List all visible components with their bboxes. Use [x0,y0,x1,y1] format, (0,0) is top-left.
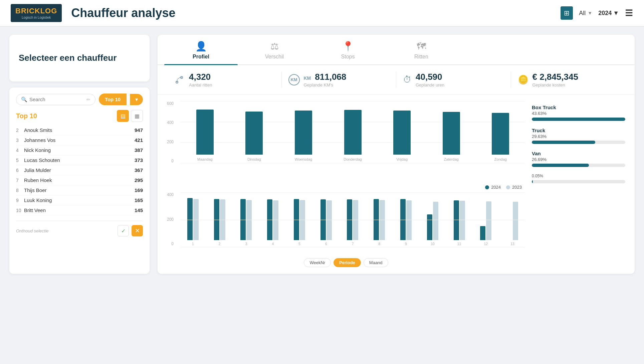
weekly-chart: 2024 2023 400 200 0 [167,181,525,267]
stat-icon-wrap: KM [288,74,300,85]
bar-group: Maandag [180,110,230,161]
year-caret-icon: ▼ [613,10,619,17]
driver-name: Ruben Hoek [24,177,135,183]
stat-item-0: 4,320 Aantal ritten [167,72,282,87]
driver-name: Lucas Schouten [24,157,135,163]
filter-dropdown[interactable]: All ▼ [579,10,592,17]
confirm-button[interactable]: ✓ [118,225,129,236]
logo-subtitle: Logisch in Logistiek [22,16,51,19]
tab-ritten[interactable]: 🗺 Ritten [385,35,458,64]
driver-item[interactable]: 9 Luuk Koning 165 [16,195,143,205]
stat-label: Aantal ritten [189,82,212,87]
driver-value: 145 [135,207,143,213]
vehicle-name: Van [532,151,625,156]
list-view-button[interactable]: ▤ [117,110,129,122]
driver-number: 5 [16,158,24,163]
tab-stops[interactable]: 📍 Stops [311,35,385,64]
stat-text: 40,590 Geplande uren [416,72,444,87]
stat-label: Geplande KM's [304,82,347,87]
driver-value: 295 [135,177,143,183]
driver-number: 9 [16,198,24,203]
bar-rect [295,111,312,155]
hamburger-icon[interactable]: ☰ [625,8,633,18]
charts-left: 600 400 200 0 Maandag Din [167,101,525,267]
grid-view-button[interactable]: ▦ [131,110,143,122]
driver-name: Anouk Smits [24,127,135,133]
timer-icon: ⏱ [403,74,412,84]
vehicle-bar-fill [532,180,533,183]
header-controls: ⊞ All ▼ 2024 ▼ ☰ [561,6,633,20]
driver-number: 7 [16,178,24,183]
top-section-header: Top 10 ▤ ▦ [16,110,143,122]
driver-number: 8 [16,188,24,193]
tab-profiel[interactable]: 👤 Profiel [164,35,238,64]
top-section-label: Top 10 [16,112,37,120]
year-dropdown[interactable]: 2024 ▼ [598,10,619,17]
stat-icon-wrap [174,74,185,85]
driver-name: Britt Veen [24,207,135,213]
bar-group: Donderdag [328,110,378,161]
driver-value: 169 [135,187,143,193]
driver-item[interactable]: 7 Ruben Hoek 295 [16,175,143,185]
vehicle-name: Box Truck [532,105,625,110]
driver-value: 373 [135,157,143,163]
logo-text: BRICKLOG [15,7,57,15]
pencil-icon: ✏ [86,97,90,102]
bar-rect [344,110,362,155]
bar-group: Zaterdag [427,112,476,161]
cancel-button[interactable]: ✕ [132,225,143,236]
stat-text: € 2,845,345 Geplande kosten [532,72,578,87]
driver-item[interactable]: 10 Britt Veen 145 [16,205,143,215]
vehicle-bar-bg [532,180,625,183]
tab-verschil[interactable]: ⚖ Verschil [238,35,311,64]
logo: BRICKLOG Logisch in Logistiek [11,4,62,22]
driver-item[interactable]: 5 Lucas Schouten 373 [16,155,143,165]
stat-text: KM811,068 Geplande KM's [304,72,347,87]
top10-button[interactable]: Top 10 [99,94,127,105]
driver-item[interactable]: 2 Anouk Smits 947 [16,125,143,135]
km-prefix: KM [304,75,311,81]
vehicle-name: Truck [532,128,625,133]
driver-item[interactable]: 8 Thijs Boer 169 [16,185,143,195]
driver-item[interactable]: 4 Nick Koning 387 [16,145,143,155]
right-panel: 👤 Profiel ⚖ Verschil 📍 Stops 🗺 Ritten 4,… [158,35,635,274]
driver-name: Johannes Vos [24,137,135,143]
bar-group: Vrijdag [377,111,427,161]
period-tab-maand[interactable]: Maand [364,258,388,267]
search-input-wrap[interactable]: 🔍 ✏ [16,94,95,105]
stat-item-3: 🪙 € 2,845,345 Geplande kosten [511,72,626,87]
legend-row: 2024 2023 [167,185,522,190]
ritten-tab-icon: 🗺 [417,41,426,52]
bar-group: Woensdag [279,111,328,161]
driver-value: 421 [135,137,143,143]
driver-number: 4 [16,148,24,153]
period-tab-periode[interactable]: Periode [334,258,361,267]
vehicle-bar-fill [532,118,625,121]
vehicle-breakdown: Box Truck 43.63% Truck 29.63% Van 26.69%… [532,101,625,267]
driver-item[interactable]: 6 Julia Mulder 367 [16,165,143,175]
stat-icon-wrap: 🪙 [518,74,528,85]
vehicle-pct: 29.63% [532,134,625,139]
top10-dropdown-button[interactable]: ▼ [130,94,143,105]
bar-rect [492,113,509,155]
period-tab-weeknr[interactable]: WeekNr [304,258,331,267]
grid-icon[interactable]: ⊞ [561,6,573,20]
stat-item-2: ⏱ 40,590 Geplande uren [396,72,511,87]
driver-number: 10 [16,208,24,213]
driver-item[interactable]: 3 Johannes Vos 421 [16,135,143,145]
daily-bars: Maandag Dinsdag Woensdag Donderdag Vrijd… [167,101,525,161]
vehicle-bar-bg [532,141,625,144]
vehicle-bar-bg [532,118,625,121]
stat-value: 811,068 [315,72,346,82]
weekly-grid [180,192,525,247]
stat-item-1: KM KM811,068 Geplande KM's [282,72,397,87]
search-input[interactable] [29,97,84,102]
logo-log: LOG [40,7,57,15]
tabs: 👤 Profiel ⚖ Verschil 📍 Stops 🗺 Ritten [158,35,635,65]
driver-number: 6 [16,168,24,173]
period-tabs: WeekNrPeriodeMaand [167,258,525,267]
legend-2024: 2024 [485,185,501,190]
bar-label: Vrijdag [396,157,408,161]
view-toggle: ▤ ▦ [117,110,143,122]
driver-value: 367 [135,167,143,173]
